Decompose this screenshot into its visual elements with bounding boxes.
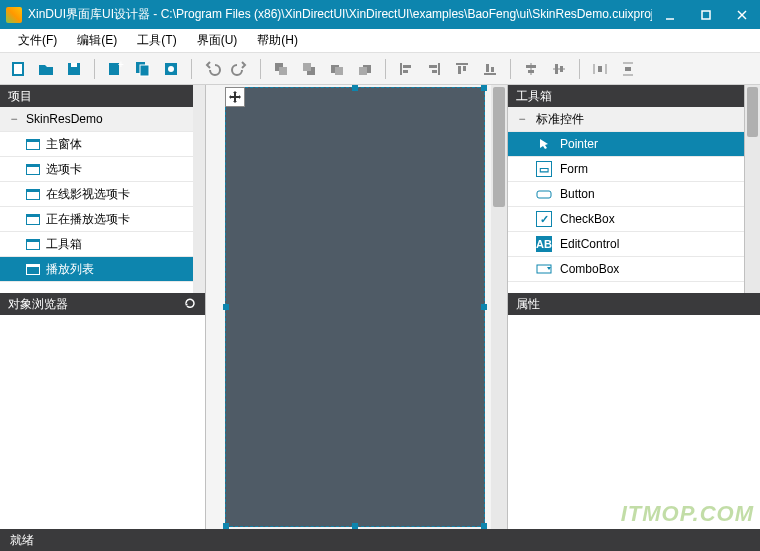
tree-item[interactable]: 主窗体: [0, 132, 193, 157]
toolbox-scrollbar[interactable]: [744, 85, 760, 293]
save-button[interactable]: [62, 57, 86, 81]
svg-rect-11: [140, 65, 149, 76]
menu-file[interactable]: 文件(F): [8, 32, 67, 49]
button-icon: [536, 186, 552, 202]
tree-item-label: 选项卡: [46, 161, 82, 178]
scrollbar-thumb[interactable]: [747, 87, 758, 137]
selection-handle[interactable]: [481, 85, 487, 91]
svg-rect-24: [403, 70, 408, 73]
toolbox-item-combobox[interactable]: ComboBox: [508, 257, 744, 282]
send-back-button[interactable]: [297, 57, 321, 81]
tree-item[interactable]: 选项卡: [0, 157, 193, 182]
window-icon: [26, 239, 40, 250]
svg-rect-29: [458, 66, 461, 74]
maximize-button[interactable]: [688, 0, 724, 29]
selection-handle[interactable]: [352, 85, 358, 91]
align-bottom-button[interactable]: [478, 57, 502, 81]
move-handle-icon[interactable]: [225, 87, 245, 107]
scrollbar-thumb[interactable]: [493, 87, 505, 207]
distribute-v-button[interactable]: [616, 57, 640, 81]
svg-rect-21: [359, 67, 367, 75]
distribute-h-button[interactable]: [588, 57, 612, 81]
toolbox-item-label: CheckBox: [560, 212, 615, 226]
svg-rect-33: [491, 67, 494, 72]
minimize-button[interactable]: [652, 0, 688, 29]
window-icon: [26, 214, 40, 225]
copy-page-button[interactable]: [131, 57, 155, 81]
menu-tool[interactable]: 工具(T): [127, 32, 186, 49]
svg-text:+: +: [118, 60, 124, 70]
separator: [94, 59, 95, 79]
toolbox-header: 工具箱: [508, 85, 744, 107]
selection-handle[interactable]: [223, 523, 229, 529]
toolbox-group[interactable]: −标准控件: [508, 107, 744, 132]
object-browser-header: 对象浏览器: [0, 293, 205, 315]
svg-rect-26: [429, 65, 437, 68]
close-button[interactable]: [724, 0, 760, 29]
align-center-h-button[interactable]: [519, 57, 543, 81]
settings-button[interactable]: [159, 57, 183, 81]
bring-front-button[interactable]: [269, 57, 293, 81]
tree-item[interactable]: 工具箱: [0, 232, 193, 257]
toolbox-item-editcontrol[interactable]: ABEditControl: [508, 232, 744, 257]
design-surface[interactable]: [225, 87, 485, 527]
object-browser-body[interactable]: [0, 315, 205, 529]
toolbox-item-checkbox[interactable]: ✓CheckBox: [508, 207, 744, 232]
refresh-icon[interactable]: [183, 296, 197, 313]
svg-rect-36: [528, 70, 534, 73]
app-icon: [6, 7, 22, 23]
tree-item-selected[interactable]: 播放列表: [0, 257, 193, 282]
pointer-icon: [536, 136, 552, 152]
toolbox-item-button[interactable]: Button: [508, 182, 744, 207]
svg-rect-1: [702, 11, 710, 19]
add-page-button[interactable]: +: [103, 57, 127, 81]
toolbox-item-label: Pointer: [560, 137, 598, 151]
selection-handle[interactable]: [481, 523, 487, 529]
svg-point-13: [168, 66, 174, 72]
window-icon: [26, 189, 40, 200]
tree-item[interactable]: 在线影视选项卡: [0, 182, 193, 207]
selection-handle[interactable]: [352, 523, 358, 529]
svg-rect-39: [560, 66, 563, 72]
selection-handle[interactable]: [481, 304, 487, 310]
tree-item[interactable]: 正在播放选项卡: [0, 207, 193, 232]
properties-body[interactable]: [508, 315, 760, 529]
toolbox-item-label: Form: [560, 162, 588, 176]
open-button[interactable]: [34, 57, 58, 81]
align-right-button[interactable]: [422, 57, 446, 81]
align-top-button[interactable]: [450, 57, 474, 81]
svg-rect-45: [625, 67, 631, 71]
main-area: 项目 − SkinResDemo 主窗体 选项卡 在线影视选项卡 正在播放选项卡…: [0, 85, 760, 529]
new-button[interactable]: [6, 57, 30, 81]
toolbox-item-label: Button: [560, 187, 595, 201]
undo-button[interactable]: [200, 57, 224, 81]
svg-rect-19: [335, 67, 343, 75]
menu-edit[interactable]: 编辑(E): [67, 32, 127, 49]
menu-help[interactable]: 帮助(H): [247, 32, 308, 49]
form-icon: ▭: [536, 161, 552, 177]
properties-title: 属性: [516, 296, 540, 313]
project-root[interactable]: − SkinResDemo: [0, 107, 193, 132]
project-scrollbar[interactable]: [193, 85, 205, 293]
selection-handle[interactable]: [223, 304, 229, 310]
tree-item-label: 播放列表: [46, 261, 94, 278]
separator: [579, 59, 580, 79]
canvas-scrollbar[interactable]: [491, 85, 507, 529]
status-text: 就绪: [10, 532, 34, 549]
right-panel: 工具箱 −标准控件 Pointer ▭Form Button ✓CheckBox…: [507, 85, 760, 529]
project-panel-header: 项目: [0, 85, 193, 107]
separator: [510, 59, 511, 79]
toolbox-item-pointer[interactable]: Pointer: [508, 132, 744, 157]
object-browser-title: 对象浏览器: [8, 296, 68, 313]
redo-button[interactable]: [228, 57, 252, 81]
bring-forward-button[interactable]: [325, 57, 349, 81]
toolbox-item-form[interactable]: ▭Form: [508, 157, 744, 182]
send-backward-button[interactable]: [353, 57, 377, 81]
align-center-v-button[interactable]: [547, 57, 571, 81]
design-canvas[interactable]: [206, 85, 507, 529]
align-left-button[interactable]: [394, 57, 418, 81]
toolbox-item-label: ComboBox: [560, 262, 619, 276]
toolbar: +: [0, 53, 760, 85]
menu-ui[interactable]: 界面(U): [187, 32, 248, 49]
tree-item-label: 在线影视选项卡: [46, 186, 130, 203]
